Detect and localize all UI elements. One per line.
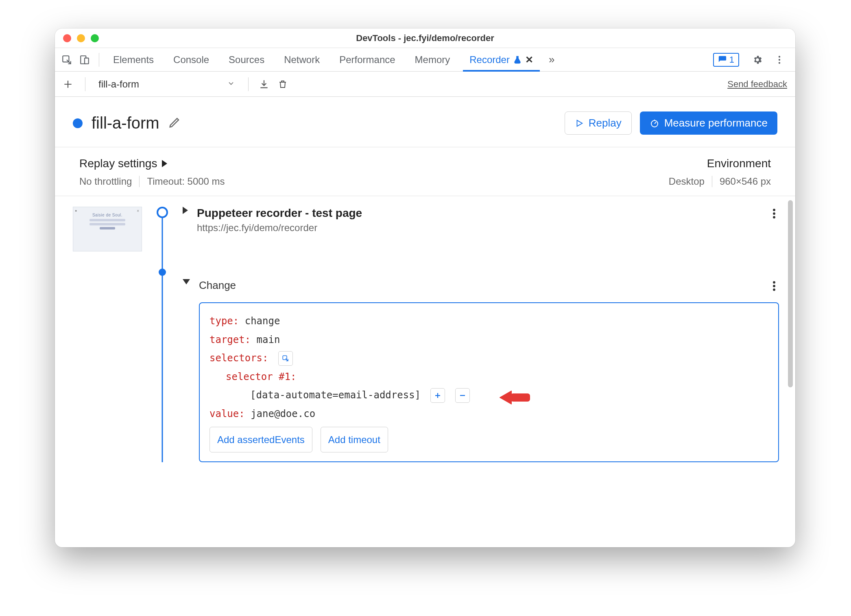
- svg-point-3: [779, 56, 780, 57]
- beaker-icon: [513, 55, 522, 64]
- replay-settings-toggle[interactable]: Replay settings: [79, 157, 225, 170]
- panel-tabstrip: Elements Console Sources Network Perform…: [55, 48, 795, 72]
- kv-selectors-key: selectors: [209, 352, 262, 364]
- tab-performance[interactable]: Performance: [329, 48, 405, 71]
- edit-title-button[interactable]: [168, 116, 181, 130]
- inspect-icon[interactable]: [61, 55, 72, 65]
- send-feedback-link[interactable]: Send feedback: [727, 79, 787, 90]
- recording-status-dot: [73, 118, 83, 128]
- settings-icon[interactable]: [746, 55, 768, 65]
- settings-row: Replay settings No throttling Timeout: 5…: [55, 147, 795, 196]
- add-timeout-button[interactable]: Add timeout: [321, 427, 388, 453]
- delete-button[interactable]: [275, 77, 290, 92]
- kv-value-val[interactable]: jane@doe.co: [251, 408, 315, 419]
- recording-select-label: fill-a-form: [98, 79, 139, 90]
- step-details-box: type: change target: main selectors:: [199, 302, 779, 462]
- chevron-down-icon: [227, 79, 235, 90]
- svg-point-7: [773, 209, 775, 211]
- recording-title: fill-a-form: [92, 114, 159, 132]
- throttling-label: No throttling: [79, 176, 132, 187]
- selector-value[interactable]: [data-automate=email-address]: [250, 389, 421, 401]
- tab-console[interactable]: Console: [164, 48, 219, 71]
- maximize-window-button[interactable]: [91, 34, 99, 42]
- divider: [139, 176, 140, 187]
- svg-point-12: [773, 288, 775, 291]
- replay-label: Replay: [589, 117, 622, 129]
- svg-point-8: [773, 212, 775, 215]
- step-start-url: https://jec.fyi/demo/recorder: [197, 222, 763, 234]
- issues-badge[interactable]: 1: [713, 53, 739, 67]
- divider: [712, 176, 712, 187]
- svg-rect-2: [85, 58, 89, 63]
- recording-select[interactable]: fill-a-form: [94, 76, 240, 92]
- divider: [248, 77, 249, 91]
- timeline-step-node: [159, 269, 166, 276]
- kv-target-key: target: [209, 334, 245, 345]
- minimize-window-button[interactable]: [77, 34, 85, 42]
- divider: [85, 77, 85, 91]
- timeline: [154, 207, 170, 218]
- devtools-window: DevTools - jec.fyi/demo/recorder Element…: [55, 28, 795, 547]
- steps-area: ● × Saisie de Soul.: [55, 196, 795, 547]
- timeout-label: Timeout: 5000 ms: [147, 176, 225, 187]
- svg-point-9: [773, 216, 775, 218]
- device-label: Desktop: [669, 176, 705, 187]
- measure-performance-button[interactable]: Measure performance: [640, 111, 777, 135]
- tab-memory[interactable]: Memory: [405, 48, 460, 71]
- tab-network[interactable]: Network: [274, 48, 329, 71]
- remove-selector-button[interactable]: [455, 388, 470, 403]
- svg-point-11: [773, 285, 775, 287]
- svg-point-10: [773, 281, 775, 284]
- more-tabs-button[interactable]: »: [543, 53, 560, 66]
- more-menu-icon[interactable]: [768, 55, 790, 65]
- kv-value-key: value: [209, 408, 239, 419]
- device-toggle-icon[interactable]: [79, 55, 90, 65]
- timeline-start-node: [157, 207, 168, 218]
- step-start-title: Puppeteer recorder - test page: [197, 207, 763, 220]
- tab-recorder[interactable]: Recorder ✕: [460, 48, 543, 71]
- close-tab-icon[interactable]: ✕: [525, 54, 533, 66]
- add-selector-button[interactable]: [430, 388, 445, 403]
- replay-button[interactable]: Replay: [565, 111, 632, 135]
- add-asserted-events-button[interactable]: Add assertedEvents: [209, 427, 312, 453]
- measure-label: Measure performance: [664, 117, 768, 129]
- kv-target-val[interactable]: main: [257, 334, 280, 345]
- recorder-toolbar: fill-a-form Send feedback: [55, 72, 795, 97]
- export-button[interactable]: [257, 77, 271, 92]
- viewport-label: 960×546 px: [720, 176, 771, 187]
- svg-point-4: [779, 59, 780, 60]
- element-picker-button[interactable]: [278, 351, 293, 366]
- kv-selector-n-key: selector #1: [226, 371, 290, 382]
- environment-heading: Environment: [707, 157, 771, 170]
- window-title: DevTools - jec.fyi/demo/recorder: [55, 33, 795, 44]
- issues-count: 1: [729, 55, 734, 65]
- kv-type-key: type: [209, 315, 233, 327]
- kv-type-val[interactable]: change: [245, 315, 280, 327]
- svg-point-5: [779, 62, 780, 63]
- tab-sources[interactable]: Sources: [219, 48, 274, 71]
- traffic-lights: [63, 34, 99, 42]
- close-window-button[interactable]: [63, 34, 71, 42]
- divider: [99, 53, 99, 67]
- expand-step-toggle[interactable]: [183, 207, 188, 214]
- collapse-step-toggle[interactable]: [183, 279, 190, 284]
- step-change-label: Change: [199, 279, 236, 296]
- page-thumbnail[interactable]: ● × Saisie de Soul.: [73, 207, 142, 251]
- new-recording-button[interactable]: [59, 75, 77, 93]
- titlebar: DevTools - jec.fyi/demo/recorder: [55, 28, 795, 48]
- scrollbar[interactable]: [788, 200, 793, 387]
- step-menu-button[interactable]: [769, 279, 779, 296]
- step-menu-button[interactable]: [769, 207, 779, 223]
- tab-elements[interactable]: Elements: [103, 48, 164, 71]
- triangle-right-icon: [162, 160, 167, 167]
- recording-header: fill-a-form Replay Measure performance: [55, 97, 795, 147]
